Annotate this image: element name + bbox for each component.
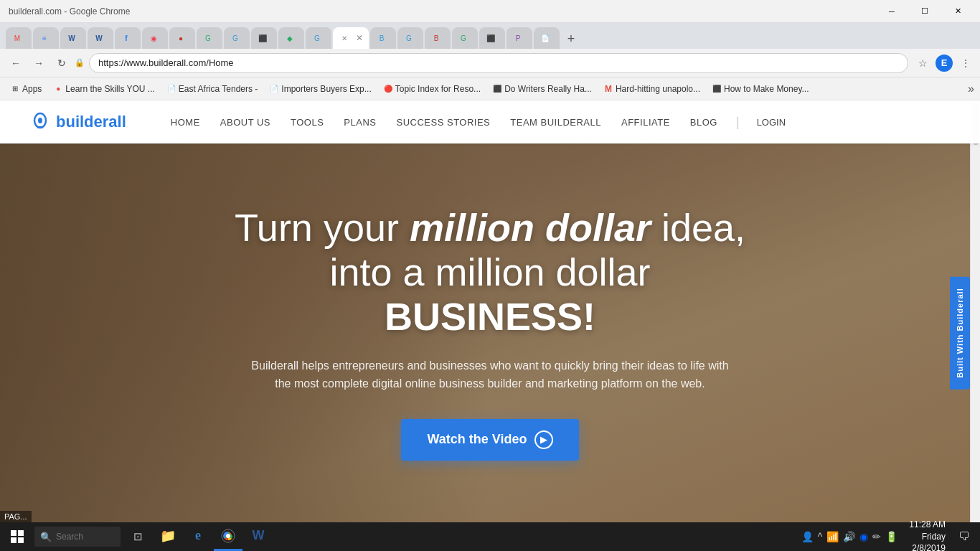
up-arrow-icon[interactable]: ^: [818, 531, 823, 542]
tab-g1[interactable]: G: [197, 27, 222, 49]
taskbar-search-input[interactable]: [56, 532, 113, 542]
battery-icon[interactable]: 🔋: [885, 531, 897, 542]
importers-label: Importers Buyers Exp...: [281, 84, 371, 94]
cta-label: Watch the Video: [427, 432, 527, 447]
tabbar: M ≡ W W f ◉ ● G G ⬛ ◆ G ✕ ✕ B G B G: [0, 23, 980, 49]
nav-login[interactable]: LOGIN: [757, 117, 786, 128]
tab-docs[interactable]: ≡: [33, 27, 59, 49]
hardh-favicon: M: [603, 84, 613, 94]
taskbar-word[interactable]: W: [244, 522, 273, 551]
star-icon[interactable]: ☆: [914, 55, 931, 72]
gmail-favicon: M: [11, 32, 23, 44]
website: builderall HOME ABOUT US TOOLS PLANS SUC…: [0, 100, 980, 522]
start-button[interactable]: [3, 522, 32, 551]
tab-red[interactable]: ●: [169, 27, 195, 49]
tab-g2[interactable]: G: [224, 27, 250, 49]
tab-word1[interactable]: W: [60, 27, 86, 49]
tab-p2[interactable]: P: [507, 27, 532, 49]
g2-favicon: G: [230, 32, 241, 44]
people-icon[interactable]: 👤: [801, 531, 814, 542]
nav-blog[interactable]: BLOG: [689, 114, 719, 131]
bookmark-importers[interactable]: 📄 Importers Buyers Exp...: [265, 83, 375, 95]
dropbox-icon[interactable]: ◉: [859, 531, 868, 542]
bookmark-writers[interactable]: ⬛ Do Writers Really Ha...: [488, 83, 596, 95]
tenders-favicon: 📄: [166, 84, 176, 94]
tab-fb[interactable]: f: [115, 27, 141, 49]
tab-b2[interactable]: B: [370, 27, 396, 49]
network-icon[interactable]: 📶: [826, 531, 839, 542]
hero-description: Builderall helps entrepreneurs and busin…: [246, 357, 734, 393]
maximize-button[interactable]: ☐: [908, 0, 941, 23]
tab-pocket[interactable]: ◉: [142, 27, 168, 49]
new-tab-button[interactable]: +: [561, 29, 581, 49]
nav-home[interactable]: HOME: [169, 114, 202, 131]
tab-g4[interactable]: G: [397, 27, 423, 49]
tab-p1[interactable]: ◆: [278, 27, 304, 49]
tab-g5[interactable]: G: [452, 27, 478, 49]
p2-favicon: P: [512, 32, 524, 44]
hero-bold: BUSINESS!: [385, 295, 595, 338]
watch-video-button[interactable]: Watch the Video ▶: [401, 419, 578, 461]
notification-button[interactable]: 🗨: [951, 522, 977, 551]
hardh-label: Hard-hitting unapolo...: [616, 84, 700, 94]
nav-team[interactable]: TEAM BUILDERALL: [509, 114, 603, 131]
clock-time: 11:28 AM: [909, 519, 946, 531]
profile-avatar[interactable]: E: [936, 55, 953, 72]
bookmark-tenders[interactable]: 📄 East Africa Tenders -: [162, 83, 263, 95]
address-input[interactable]: [89, 53, 908, 73]
addressbar: ← → ↻ 🔒 ☆ E ⋮: [0, 49, 980, 77]
g3-favicon: G: [311, 32, 323, 44]
taskbar-search[interactable]: 🔍: [34, 527, 121, 547]
svg-point-4: [226, 534, 230, 538]
tab-gmail[interactable]: M: [6, 27, 32, 49]
browser-content: builderall HOME ABOUT US TOOLS PLANS SUC…: [0, 100, 980, 522]
current-tab-close[interactable]: ✕: [356, 33, 363, 43]
writers-label: Do Writers Really Ha...: [504, 84, 592, 94]
bookmarks-more[interactable]: »: [968, 83, 974, 95]
back-button[interactable]: ←: [6, 53, 26, 73]
reload-button[interactable]: ↻: [52, 53, 72, 73]
tab-ba[interactable]: B: [425, 27, 451, 49]
hero-title-line1: Turn your million dollar idea,: [235, 206, 745, 249]
tab-g3[interactable]: G: [306, 27, 331, 49]
b2-favicon: B: [376, 32, 387, 44]
tab-current[interactable]: ✕ ✕: [333, 27, 369, 49]
menu-icon[interactable]: ⋮: [957, 55, 974, 72]
bookmark-topic[interactable]: 🔴 Topic Index for Reso...: [379, 83, 485, 95]
scrollbar[interactable]: [970, 100, 980, 522]
topic-label: Topic Index for Reso...: [395, 84, 481, 94]
taskbar-chrome[interactable]: [214, 522, 242, 551]
tab-b1[interactable]: ⬛: [251, 27, 277, 49]
close-button[interactable]: ✕: [941, 0, 974, 23]
nav-plans[interactable]: PLANS: [342, 114, 377, 131]
bookmark-hardhitting[interactable]: M Hard-hitting unapolo...: [599, 83, 705, 95]
tab-b3[interactable]: ⬛: [479, 27, 505, 49]
minimize-button[interactable]: ─: [875, 0, 908, 23]
g5-favicon: G: [458, 32, 469, 44]
nav-affiliate[interactable]: AFFILIATE: [620, 114, 672, 131]
hero-content: Turn your million dollar idea, into a mi…: [203, 205, 777, 460]
red-favicon: ●: [175, 32, 187, 44]
pocket-favicon: ◉: [148, 32, 159, 44]
task-view-button[interactable]: ⊡: [125, 522, 151, 551]
built-with-sidebar[interactable]: Built With Builderall: [950, 276, 970, 389]
bookmark-skills[interactable]: ● Learn the Skills YOU ...: [49, 83, 159, 95]
pen-icon[interactable]: ✏: [872, 531, 881, 542]
site-logo[interactable]: builderall: [29, 110, 126, 133]
window-title-text: builderall.com - Google Chrome: [9, 6, 130, 17]
taskbar-edge[interactable]: e: [184, 522, 212, 551]
bookmark-apps[interactable]: ⊞ Apps: [6, 83, 46, 95]
word-icon: W: [253, 528, 265, 543]
taskbar-explorer[interactable]: 📁: [154, 522, 182, 551]
forward-button[interactable]: →: [29, 53, 49, 73]
bookmarksbar: ⊞ Apps ● Learn the Skills YOU ... 📄 East…: [0, 77, 980, 100]
nav-tools[interactable]: TOOLS: [289, 114, 325, 131]
bookmark-money[interactable]: ⬛ How to Make Money...: [707, 83, 814, 95]
nav-success[interactable]: SUCCESS STORIES: [395, 114, 492, 131]
nav-about[interactable]: ABOUT US: [219, 114, 272, 131]
sound-icon[interactable]: 🔊: [843, 531, 855, 542]
logo-text: builderall: [56, 113, 126, 131]
tab-pg[interactable]: 📄: [534, 27, 560, 49]
taskbar-clock[interactable]: 11:28 AM Friday 2/8/2019: [903, 519, 951, 551]
tab-word2[interactable]: W: [88, 27, 113, 49]
